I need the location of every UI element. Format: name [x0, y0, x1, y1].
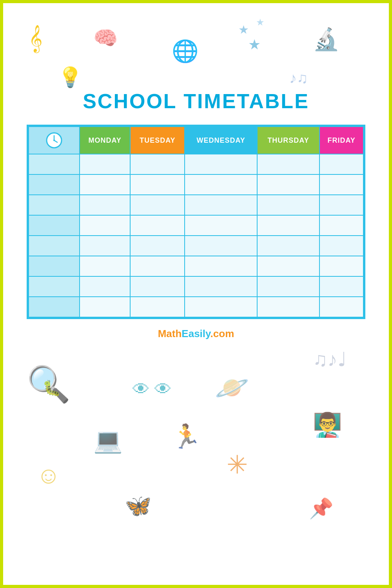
table-row: [29, 297, 363, 317]
table-row: [29, 276, 363, 297]
page-title: SCHOOL TIMETABLE: [3, 89, 389, 113]
brain-icon: 🧠: [93, 27, 118, 49]
planet-icon: 🪐: [215, 372, 249, 404]
table-row: [29, 154, 363, 174]
laptop-icon: 💻: [93, 426, 123, 454]
monday-header: MONDAY: [80, 127, 130, 154]
star-icon-1: ★: [238, 23, 249, 36]
music-notes-icon: ♪♫: [289, 70, 308, 87]
time-cell[interactable]: [29, 154, 80, 174]
bug-icon: 🐛: [42, 379, 61, 397]
teacher-icon: 👨‍🏫: [313, 411, 342, 439]
time-cell[interactable]: [29, 195, 80, 215]
star-icon-2: ★: [256, 17, 265, 28]
clock-svg-icon: [45, 132, 63, 149]
timetable-body: [29, 154, 363, 317]
table-row: [29, 256, 363, 276]
table-row: [29, 215, 363, 236]
eyes-icon: 👁 👁: [132, 379, 172, 399]
table-row: [29, 195, 363, 215]
table-row: [29, 174, 363, 195]
timetable-container: MONDAY TUESDAY WEDNESDAY THURSDAY FRIDAY: [27, 125, 365, 319]
treble-clef-icon: 𝄞: [29, 25, 42, 52]
attr-com: com: [213, 328, 234, 339]
attr-math: Math: [158, 328, 182, 339]
friday-header: FRIDAY: [319, 127, 363, 154]
star-icon-3: ★: [248, 36, 261, 53]
time-cell[interactable]: [29, 236, 80, 256]
time-cell[interactable]: [29, 297, 80, 317]
time-cell[interactable]: [29, 256, 80, 276]
butterfly-icon: 🦋: [125, 493, 152, 519]
tuesday-header: TUESDAY: [130, 127, 185, 154]
time-cell[interactable]: [29, 215, 80, 236]
clock-header: [29, 127, 80, 154]
thursday-header: THURSDAY: [257, 127, 320, 154]
table-row: [29, 236, 363, 256]
running-icon: 🏃: [172, 423, 201, 450]
globe-icon: 🌐: [172, 38, 199, 64]
timetable: MONDAY TUESDAY WEDNESDAY THURSDAY FRIDAY: [28, 126, 364, 318]
time-cell[interactable]: [29, 174, 80, 195]
time-cell[interactable]: [29, 276, 80, 297]
attr-dot: .: [211, 328, 213, 339]
lightbulb-icon: 💡: [58, 66, 82, 89]
attr-easily: Easily: [181, 328, 210, 339]
microscope-icon: 🔬: [313, 27, 340, 52]
pushpin-icon: 📌: [309, 497, 333, 520]
page: 𝄞 🧠 🌐 ★ ★ ★ 🔬 💡 ♪♫ SCHOOL TIMETABLE: [0, 0, 392, 588]
starburst-icon: ✳: [227, 450, 248, 479]
wednesday-header: WEDNESDAY: [185, 127, 257, 154]
header-row: MONDAY TUESDAY WEDNESDAY THURSDAY FRIDAY: [29, 127, 363, 154]
attribution: MathEasily.com: [3, 328, 389, 340]
smiley-icon: ☺: [36, 462, 60, 489]
music-notes-bottom-icon: ♫♪♩: [313, 348, 347, 371]
